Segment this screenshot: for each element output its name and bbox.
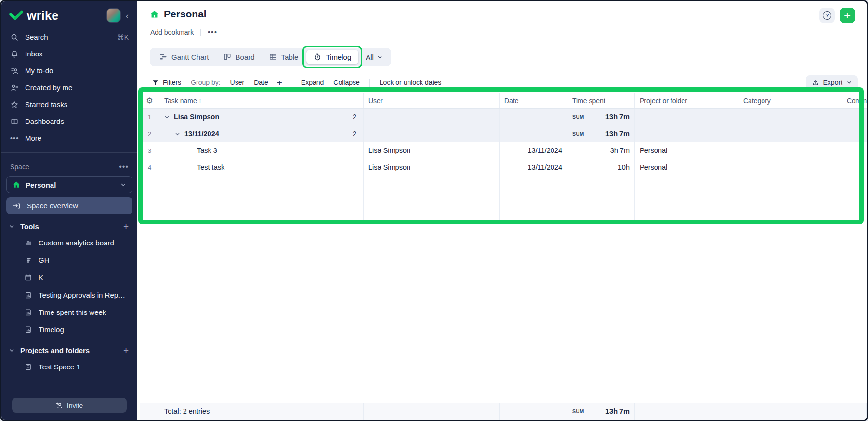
sidebar-item-inbox[interactable]: Inbox xyxy=(1,45,137,62)
scope-filter-dropdown[interactable]: All xyxy=(359,53,389,61)
column-header-category[interactable]: Category xyxy=(738,93,842,108)
create-new-button[interactable]: + xyxy=(840,8,855,23)
house-icon xyxy=(13,181,20,189)
projects-section-header[interactable]: Projects and folders + xyxy=(1,338,137,358)
table-settings-gear-icon[interactable]: ⚙ xyxy=(140,93,159,108)
column-label: Task name xyxy=(164,97,197,105)
sidebar-item-label: More xyxy=(25,134,41,142)
column-label: Comment xyxy=(847,97,867,105)
task-name-cell[interactable]: Test task xyxy=(159,159,364,176)
sidebar-item-dashboards[interactable]: Dashboards xyxy=(1,113,137,130)
filters-button[interactable]: Filters xyxy=(147,79,186,86)
space-section-header: Space ••• xyxy=(1,153,137,176)
lock-unlock-dates-button[interactable]: Lock or unlock dates xyxy=(375,79,446,86)
sidebar-item-timelog[interactable]: Timelog xyxy=(1,321,137,338)
board-hierarchy-icon xyxy=(24,257,32,264)
user-cell xyxy=(364,125,500,142)
column-header-date[interactable]: Date xyxy=(500,93,567,108)
add-project-icon[interactable]: + xyxy=(123,346,129,355)
sidebar-item-my-todo[interactable]: My to-do xyxy=(1,62,137,79)
analytics-icon xyxy=(24,239,32,246)
table-row-entry[interactable]: 3 Task 3 Lisa Simpson 13/11/2024 3h 7m P… xyxy=(140,142,867,159)
view-tabbar: Gantt Chart Board Table Timelog xyxy=(150,48,391,66)
enter-arrow-icon xyxy=(12,202,21,210)
sidebar-item-search[interactable]: Search ⌘K xyxy=(1,28,137,45)
empty-cell xyxy=(842,176,867,222)
time-spent-cell[interactable]: 3h 7m xyxy=(567,142,635,159)
help-button[interactable]: ? xyxy=(819,8,835,23)
category-cell[interactable] xyxy=(738,142,842,159)
sidebar: wrike ‹ Search ⌘K Inbox My to-do xyxy=(1,1,137,420)
expand-button[interactable]: Expand xyxy=(296,79,329,86)
sidebar-item-created-by-me[interactable]: Created by me xyxy=(1,79,137,96)
comment-cell[interactable] xyxy=(842,142,867,159)
space-selector[interactable]: Personal xyxy=(6,176,132,193)
table-row-group-date[interactable]: 2 13/11/2024 2 SUM 13h 7m xyxy=(140,125,867,142)
gantt-icon xyxy=(159,53,167,61)
collapse-group-icon[interactable] xyxy=(175,131,180,136)
sidebar-item-gh[interactable]: GH xyxy=(1,251,137,269)
tab-board[interactable]: Board xyxy=(216,48,262,66)
add-tool-icon[interactable]: + xyxy=(123,222,129,231)
column-header-user[interactable]: User xyxy=(364,93,500,108)
add-group-icon[interactable]: + xyxy=(273,78,286,87)
invite-button-label: Invite xyxy=(67,402,83,409)
sidebar-item-custom-analytics-board[interactable]: Custom analytics board xyxy=(1,234,137,251)
person-arrow-icon xyxy=(10,84,19,92)
project-cell[interactable]: Personal xyxy=(635,142,738,159)
column-header-time-spent[interactable]: Time spent xyxy=(567,93,635,108)
export-button[interactable]: Export xyxy=(806,75,858,90)
more-options-icon[interactable]: ••• xyxy=(208,28,218,36)
column-header-project-or-folder[interactable]: Project or folder xyxy=(635,93,738,108)
category-cell xyxy=(738,125,842,142)
user-cell[interactable]: Lisa Simpson xyxy=(364,159,500,176)
date-cell[interactable]: 13/11/2024 xyxy=(500,142,567,159)
task-name-cell[interactable]: Task 3 xyxy=(159,142,364,159)
invite-button[interactable]: Invite xyxy=(12,398,127,413)
category-cell[interactable] xyxy=(738,159,842,176)
sidebar-item-testing-approvals[interactable]: Testing Approvals in Rep… xyxy=(1,286,137,303)
column-header-comment[interactable]: Comment xyxy=(842,93,867,108)
category-cell xyxy=(738,109,842,125)
footer-user-cell xyxy=(364,403,500,420)
time-spent-value: 13h 7m xyxy=(605,113,630,121)
sidebar-item-more[interactable]: ••• More xyxy=(1,130,137,147)
sidebar-item-label: Created by me xyxy=(25,83,72,92)
tab-gantt-chart[interactable]: Gantt Chart xyxy=(152,48,216,66)
project-cell[interactable]: Personal xyxy=(635,159,738,176)
table-row-group-user[interactable]: 1 Lisa Simpson 2 SUM 13h 7m xyxy=(140,109,867,125)
collapse-button[interactable]: Collapse xyxy=(329,79,364,86)
tab-timelog[interactable]: Timelog xyxy=(306,50,358,64)
date-cell[interactable]: 13/11/2024 xyxy=(500,159,567,176)
tools-section-header[interactable]: Tools + xyxy=(1,214,137,234)
group-count: 2 xyxy=(353,130,358,137)
project-cell xyxy=(635,125,738,142)
user-cell[interactable]: Lisa Simpson xyxy=(364,142,500,159)
project-cell xyxy=(635,109,738,125)
collapse-group-icon[interactable] xyxy=(164,114,170,120)
sidebar-item-time-spent-this-week[interactable]: Time spent this week xyxy=(1,303,137,321)
space-options-icon[interactable]: ••• xyxy=(119,163,129,171)
app-window: wrike ‹ Search ⌘K Inbox My to-do xyxy=(0,0,868,421)
wrike-logo[interactable]: wrike xyxy=(9,9,58,23)
footer-time-spent-cell: SUM 13h 7m xyxy=(567,403,635,420)
time-spent-cell[interactable]: 10h xyxy=(567,159,635,176)
comment-cell[interactable] xyxy=(842,159,867,176)
table-row-entry[interactable]: 4 Test task Lisa Simpson 13/11/2024 10h … xyxy=(140,159,867,176)
tab-table[interactable]: Table xyxy=(262,48,306,66)
sidebar-item-space-overview[interactable]: Space overview xyxy=(6,197,132,214)
empty-cell xyxy=(500,176,567,222)
group-by-date[interactable]: Date xyxy=(249,79,273,86)
column-header-task-name[interactable]: Task name ↑ xyxy=(159,93,364,108)
sidebar-item-test-space-1[interactable]: Test Space 1 xyxy=(1,358,137,375)
add-bookmark-link[interactable]: Add bookmark xyxy=(150,28,194,36)
column-label: Time spent xyxy=(572,97,605,105)
chevron-down-icon xyxy=(9,348,14,353)
sidebar-item-k[interactable]: K xyxy=(1,269,137,286)
group-by-user[interactable]: User xyxy=(225,79,250,86)
board-icon xyxy=(224,53,231,61)
sidebar-item-starred-tasks[interactable]: Starred tasks xyxy=(1,96,137,113)
row-number: 3 xyxy=(140,142,159,159)
collapse-sidebar-icon[interactable]: ‹ xyxy=(121,11,132,20)
avatar[interactable] xyxy=(106,8,121,23)
